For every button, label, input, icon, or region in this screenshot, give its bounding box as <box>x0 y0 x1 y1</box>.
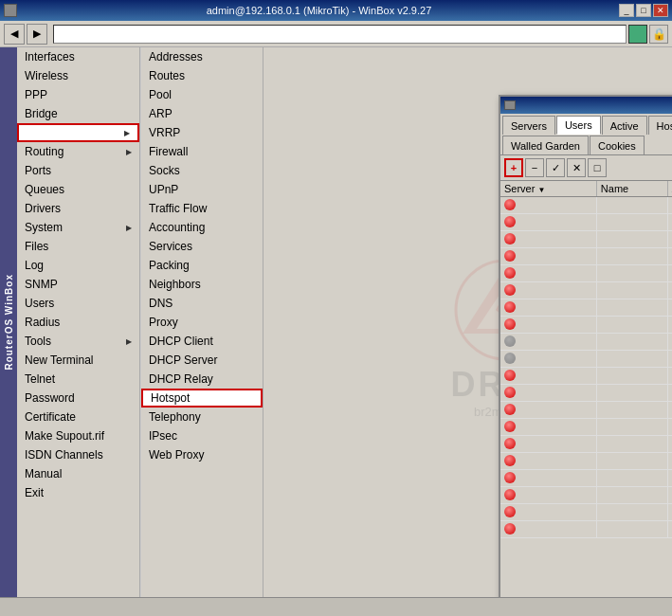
table-row[interactable] <box>500 334 672 351</box>
submenu-item-proxy[interactable]: Proxy <box>141 313 263 332</box>
sidebar-item-interfaces[interactable]: Interfaces <box>17 47 139 66</box>
submenu-item-vrrp[interactable]: VRRP <box>141 123 263 142</box>
users-table-container[interactable]: Server ▼ Name Address MAC Address <box>500 181 672 597</box>
submenu-item-accounting[interactable]: Accounting <box>141 218 263 237</box>
submenu-item-socks[interactable]: Socks <box>141 161 263 180</box>
submenu-item-hotspot[interactable]: Hotspot <box>141 389 263 408</box>
table-row[interactable] <box>500 351 672 368</box>
submenu-item-traffic-flow[interactable]: Traffic Flow <box>141 199 263 218</box>
submenu-item-upnp[interactable]: UPnP <box>141 180 263 199</box>
add-button[interactable]: + <box>504 158 523 177</box>
sidebar-item-system[interactable]: System▶ <box>17 218 139 237</box>
cell-server <box>500 436 596 453</box>
submenu-item-ipsec[interactable]: IPsec <box>141 426 263 445</box>
submenu-item-neighbors[interactable]: Neighbors <box>141 275 263 294</box>
sidebar-item-log[interactable]: Log <box>17 256 139 275</box>
sidebar-item-queues[interactable]: Queues <box>17 180 139 199</box>
cell-server <box>500 521 596 538</box>
submenu-item-routes[interactable]: Routes <box>141 66 263 85</box>
table-row[interactable] <box>500 368 672 385</box>
table-row[interactable] <box>500 282 672 299</box>
col-server[interactable]: Server ▼ <box>500 181 596 197</box>
tab-hosts[interactable]: Hosts <box>648 116 672 135</box>
table-row[interactable] <box>500 504 672 521</box>
sidebar-item-manual[interactable]: Manual <box>17 464 139 483</box>
sidebar-item-wireless[interactable]: Wireless <box>17 66 139 85</box>
close-button[interactable]: ✕ <box>653 4 668 17</box>
table-row[interactable] <box>500 521 672 538</box>
sidebar-item-exit[interactable]: Exit <box>17 483 139 502</box>
cell-name <box>596 487 667 504</box>
sidebar-item-ip[interactable]: IP▶ <box>17 123 139 142</box>
table-row[interactable] <box>500 299 672 317</box>
status-icon <box>504 233 516 245</box>
sidebar-item-tools[interactable]: Tools▶ <box>17 332 139 351</box>
check-button[interactable]: ✓ <box>546 158 565 177</box>
table-row[interactable] <box>500 231 672 248</box>
submenu-item-packing[interactable]: Packing <box>141 256 263 275</box>
cell-address <box>667 351 672 368</box>
submenu-item-telephony[interactable]: Telephony <box>141 408 263 426</box>
copy-button[interactable]: □ <box>588 158 607 177</box>
submenu-item-web-proxy[interactable]: Web Proxy <box>141 445 263 464</box>
sidebar-item-ports[interactable]: Ports <box>17 161 139 180</box>
table-row[interactable] <box>500 419 672 436</box>
sidebar-item-certificate[interactable]: Certificate <box>17 408 139 426</box>
main-window: ◀ ▶ 🔒 RouterOS WinBox InterfacesWireless… <box>0 21 672 616</box>
sidebar-item-new-terminal[interactable]: New Terminal <box>17 351 139 370</box>
forward-button[interactable]: ▶ <box>27 24 47 45</box>
table-row[interactable] <box>500 317 672 334</box>
table-row[interactable] <box>500 214 672 231</box>
table-row[interactable] <box>500 248 672 265</box>
sidebar-item-drivers[interactable]: Drivers <box>17 199 139 218</box>
sidebar-item-bridge[interactable]: Bridge <box>17 104 139 123</box>
col-address[interactable]: Address <box>667 181 672 197</box>
sidebar-item-routing[interactable]: Routing▶ <box>17 142 139 161</box>
submenu-item-dhcp-relay[interactable]: DHCP Relay <box>141 370 263 389</box>
sidebar-label: PPP <box>25 88 47 101</box>
col-name[interactable]: Name <box>596 181 667 197</box>
sidebar-item-snmp[interactable]: SNMP <box>17 275 139 294</box>
submenu-item-pool[interactable]: Pool <box>141 85 263 104</box>
submenu-label: Neighbors <box>149 278 201 291</box>
status-icon <box>504 387 516 398</box>
sidebar-item-files[interactable]: Files <box>17 237 139 256</box>
remove-button[interactable]: − <box>525 158 544 177</box>
lock-icon: 🔒 <box>649 25 668 44</box>
submenu-item-services[interactable]: Services <box>141 237 263 256</box>
submenu-label: Addresses <box>149 50 203 63</box>
table-row[interactable] <box>500 265 672 282</box>
tab-walled-garden[interactable]: Walled Garden <box>502 136 589 154</box>
submenu-item-firewall[interactable]: Firewall <box>141 142 263 161</box>
back-button[interactable]: ◀ <box>4 24 25 45</box>
sidebar-item-radius[interactable]: Radius <box>17 313 139 332</box>
maximize-button[interactable]: □ <box>636 4 651 17</box>
table-row[interactable] <box>500 487 672 504</box>
tab-active[interactable]: Active <box>602 116 647 135</box>
table-row[interactable] <box>500 453 672 470</box>
table-row[interactable] <box>500 385 672 402</box>
tab-servers[interactable]: Servers <box>502 116 555 135</box>
table-row[interactable] <box>500 402 672 419</box>
tab-users[interactable]: Users <box>556 116 601 135</box>
table-row[interactable] <box>500 197 672 214</box>
minimize-button[interactable]: _ <box>619 4 634 17</box>
tab-cookies[interactable]: Cookies <box>590 136 645 154</box>
cell-server <box>500 282 596 299</box>
status-icon <box>504 267 516 279</box>
submenu-item-addresses[interactable]: Addresses <box>141 47 263 66</box>
submenu-item-dns[interactable]: DNS <box>141 294 263 313</box>
table-row[interactable] <box>500 436 672 453</box>
sidebar-item-isdn-channels[interactable]: ISDN Channels <box>17 445 139 464</box>
submenu-item-dhcp-client[interactable]: DHCP Client <box>141 332 263 351</box>
sidebar-item-users[interactable]: Users <box>17 294 139 313</box>
address-bar[interactable] <box>53 25 627 44</box>
table-row[interactable] <box>500 470 672 487</box>
sidebar-item-password[interactable]: Password <box>17 389 139 408</box>
uncheck-button[interactable]: ✕ <box>567 158 586 177</box>
sidebar-item-ppp[interactable]: PPP <box>17 85 139 104</box>
submenu-item-arp[interactable]: ARP <box>141 104 263 123</box>
submenu-item-dhcp-server[interactable]: DHCP Server <box>141 351 263 370</box>
sidebar-item-telnet[interactable]: Telnet <box>17 370 139 389</box>
sidebar-item-make-supout.rif[interactable]: Make Supout.rif <box>17 426 139 445</box>
